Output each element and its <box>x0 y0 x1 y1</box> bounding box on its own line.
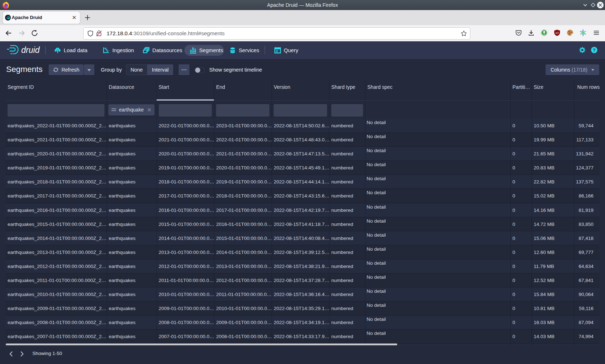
svg-text:uO: uO <box>555 32 559 34</box>
svg-text:?: ? <box>593 47 596 53</box>
